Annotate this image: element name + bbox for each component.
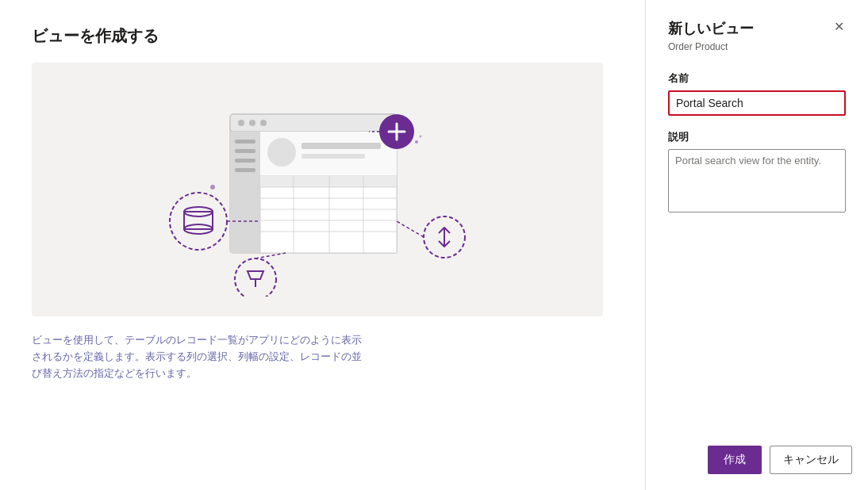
svg-line-36 — [255, 253, 286, 258]
right-panel-subtitle: Order Product — [668, 41, 846, 52]
svg-point-11 — [267, 138, 296, 167]
svg-point-42 — [420, 136, 422, 138]
svg-point-41 — [415, 140, 418, 144]
svg-rect-8 — [235, 159, 255, 163]
svg-point-40 — [210, 185, 215, 189]
right-panel: 新しいビュー ✕ Order Product 名前 説明 Portal sear… — [646, 0, 868, 490]
illustration-area — [32, 63, 603, 316]
svg-rect-7 — [235, 149, 255, 153]
svg-line-39 — [397, 221, 424, 237]
svg-rect-12 — [301, 143, 381, 149]
svg-point-33 — [235, 258, 276, 297]
svg-point-2 — [238, 120, 244, 126]
desc-field-label: 説明 — [668, 130, 846, 144]
create-button[interactable]: 作成 — [708, 446, 762, 474]
footer-buttons: 作成 キャンセル — [708, 446, 852, 474]
svg-rect-15 — [260, 176, 397, 187]
description-text: ビューを使用して、テーブルのレコード一覧がアプリにどのように表示されるかを定義し… — [32, 332, 365, 381]
svg-rect-9 — [235, 168, 255, 172]
page-title: ビューを作成する — [32, 25, 613, 47]
close-button[interactable]: ✕ — [832, 19, 846, 35]
name-input[interactable] — [668, 90, 846, 116]
right-panel-title: 新しいビュー — [668, 19, 754, 38]
svg-rect-14 — [260, 176, 397, 253]
svg-point-28 — [170, 193, 227, 250]
svg-rect-13 — [301, 154, 365, 159]
name-field-label: 名前 — [668, 71, 846, 86]
description-input[interactable]: Portal search view for the entity. — [668, 149, 846, 212]
illustration-svg — [127, 82, 508, 297]
svg-point-3 — [249, 120, 255, 126]
left-panel: ビューを作成する — [0, 0, 645, 490]
svg-point-4 — [260, 120, 267, 126]
svg-rect-6 — [235, 140, 255, 144]
svg-marker-34 — [248, 271, 263, 279]
right-header: 新しいビュー ✕ — [668, 19, 846, 38]
cancel-button[interactable]: キャンセル — [770, 446, 852, 474]
